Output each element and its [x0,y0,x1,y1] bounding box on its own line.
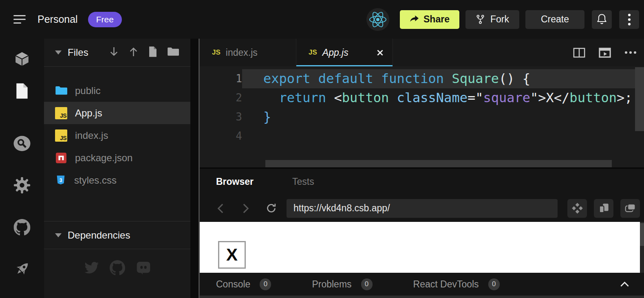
share-button[interactable]: Share [400,10,459,29]
url-text: https://vkd4n8.csb.app/ [293,203,390,214]
forward-icon[interactable] [241,203,250,214]
tab-browser[interactable]: Browser [216,176,254,187]
count-badge: 0 [361,278,373,290]
refresh-icon[interactable] [266,203,277,214]
line-number: 1 [200,69,242,88]
react-devtools-tab[interactable]: React DevTools 0 [413,278,500,290]
file-row-public[interactable]: public [44,79,190,102]
square-button[interactable]: X [218,241,246,269]
svg-text:3: 3 [60,177,62,183]
open-new-window-icon [624,202,636,214]
chevron-up-icon[interactable] [620,281,629,287]
editor-tab-bar: JS index.js JS App.js [200,39,644,66]
rocket-icon[interactable] [13,260,31,280]
bell-icon [596,13,608,26]
dependencies-section[interactable]: Dependencies [44,221,190,249]
console-tab[interactable]: Console 0 [216,278,271,290]
js-file-icon: JS [212,48,221,57]
count-badge: 0 [488,278,500,290]
file-row-stylescss[interactable]: 3 styles.css [44,169,190,191]
vertical-scrollbar[interactable] [635,67,644,131]
responsive-devices-button[interactable] [594,199,613,218]
preview-viewport[interactable]: X [200,222,640,273]
file-row-indexjs[interactable]: JS index.js [44,124,190,147]
dependencies-title: Dependencies [68,230,130,241]
files-title: Files [68,47,88,58]
code-line: 3 } [200,107,644,127]
settings-gear-icon[interactable] [13,177,31,195]
collapse-caret-icon[interactable] [55,233,62,237]
browser-nav-bar: https://vkd4n8.csb.app/ [200,195,644,222]
tab-indexjs[interactable]: JS index.js [200,39,296,66]
upload-icon[interactable] [128,46,139,59]
devtool-tabs: Browser Tests [200,169,644,195]
code-editor[interactable]: 1 export default function Square() { 2 r… [200,66,644,169]
fork-button[interactable]: Fork [465,10,519,29]
files-panel: Files public JS App.js JS ind [44,39,190,298]
js-file-icon: JS [55,129,67,142]
top-bar: Personal Free Share Fork Cre [0,0,644,39]
file-tree: public JS App.js JS index.js package.jso… [44,67,190,191]
code-line: 4 [200,127,644,146]
line-number: 2 [200,88,242,107]
panel-divider [200,167,644,169]
resize-handle[interactable] [200,296,644,298]
tab-tests[interactable]: Tests [292,176,314,187]
responsive-devices-icon [598,202,610,214]
new-folder-icon[interactable] [167,47,179,58]
file-explorer-icon[interactable] [15,83,29,101]
js-file-icon: JS [55,107,67,119]
more-options-button[interactable] [619,10,639,29]
notifications-button[interactable] [592,10,612,29]
console-bar: Console 0 Problems 0 React DevTools 0 [200,273,644,296]
folder-icon [55,85,67,96]
search-icon[interactable] [13,135,31,153]
main-region: JS index.js JS App.js 1 export default [198,39,644,298]
more-ellipsis-icon[interactable] [624,51,637,54]
problems-tab[interactable]: Problems 0 [312,278,372,290]
url-bar[interactable]: https://vkd4n8.csb.app/ [287,199,558,218]
tab-appjs[interactable]: JS App.js [296,39,393,66]
code-line: 2 return <button className="square">X</b… [200,88,644,107]
panel-gap [190,39,198,298]
activity-rail [0,39,44,298]
preview-actions-button[interactable] [567,199,587,218]
plan-badge: Free [88,12,122,27]
line-number: 3 [200,107,242,127]
github-icon[interactable] [14,219,31,237]
github-icon[interactable] [110,260,125,277]
file-row-appjs[interactable]: JS App.js [44,102,190,124]
social-links [44,260,190,277]
open-new-window-button[interactable] [620,199,640,218]
code-line: 1 export default function Square() { [200,69,644,88]
files-header: Files [44,39,190,67]
download-icon[interactable] [109,46,119,59]
kebab-menu-icon [628,13,631,26]
discord-icon[interactable] [136,260,151,277]
new-file-icon[interactable] [148,46,158,59]
js-file-icon: JS [309,48,317,57]
close-icon[interactable] [377,49,384,56]
create-button[interactable]: Create [525,10,584,29]
sandbox-cube-icon[interactable] [14,51,30,69]
open-preview-icon[interactable] [599,48,611,58]
share-arrow-icon [410,15,419,24]
file-row-packagejson[interactable]: package.json [44,147,190,169]
fork-icon [476,14,485,24]
split-view-icon[interactable] [573,48,585,58]
browser-preview: X [200,222,644,273]
css-file-icon: 3 [55,174,66,186]
back-icon[interactable] [216,203,225,214]
line-number: 4 [200,127,242,146]
collapse-caret-icon[interactable] [55,50,62,55]
preview-scrollbar[interactable] [640,222,644,273]
preview-actions-icon [571,202,583,214]
count-badge: 0 [260,278,271,290]
horizontal-scrollbar[interactable] [265,160,612,167]
npm-file-icon [55,152,67,164]
react-logo-icon [366,8,389,31]
workspace-name[interactable]: Personal [37,13,78,25]
twitter-icon[interactable] [84,260,99,277]
menu-icon[interactable] [13,15,26,24]
